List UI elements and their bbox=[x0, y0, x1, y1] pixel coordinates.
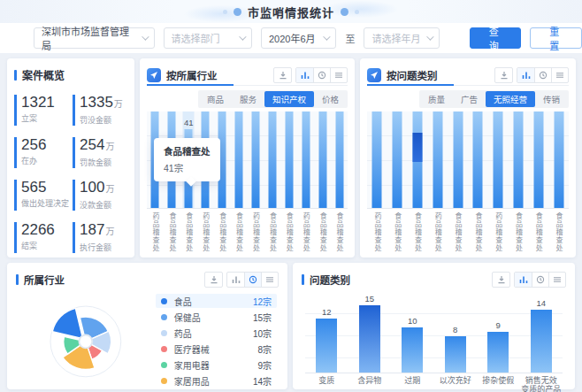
month-to-select[interactable]: 请选择年月 bbox=[364, 27, 440, 49]
legend-item-家居用品[interactable]: 家居用品14宗 bbox=[156, 373, 277, 388]
month-from-select[interactable]: 2020年6月 bbox=[261, 27, 337, 49]
wall-bar-column[interactable] bbox=[248, 111, 264, 208]
download-icon[interactable] bbox=[495, 68, 512, 82]
legend-item-保健品[interactable]: 保健品15宗 bbox=[156, 310, 277, 324]
clock-icon[interactable] bbox=[534, 68, 551, 82]
wall-bar[interactable] bbox=[268, 111, 276, 208]
x-axis-label-text: 药品稽查处 bbox=[433, 212, 441, 252]
wall-bar-column[interactable] bbox=[231, 111, 248, 208]
list-icon[interactable] bbox=[548, 273, 565, 287]
bar-chart-icon[interactable] bbox=[227, 273, 244, 287]
bar-chart-icon[interactable] bbox=[296, 68, 313, 82]
x-axis-label-text: 食品稽查处 bbox=[454, 212, 462, 252]
legend-item-医疗器械[interactable]: 医疗器械8宗 bbox=[156, 342, 277, 356]
wall-bar-column[interactable] bbox=[408, 111, 428, 208]
list-icon[interactable] bbox=[261, 273, 278, 287]
bar-chart-icon[interactable] bbox=[515, 273, 532, 287]
bar-column[interactable]: 12 bbox=[305, 307, 348, 373]
bar-column[interactable]: 8 bbox=[434, 325, 478, 373]
tab-无照经营[interactable]: 无照经营 bbox=[486, 91, 535, 107]
wall-bar[interactable] bbox=[453, 111, 463, 208]
download-icon[interactable] bbox=[205, 273, 222, 287]
tab-知识产权[interactable]: 知识产权 bbox=[264, 91, 314, 107]
tab-服务[interactable]: 服务 bbox=[232, 91, 264, 107]
wall-bar[interactable] bbox=[433, 111, 442, 208]
tab-价格[interactable]: 价格 bbox=[314, 91, 347, 107]
wall-bar-column[interactable] bbox=[448, 111, 468, 208]
download-icon[interactable] bbox=[493, 273, 509, 287]
problem-xlabels: 药品稽查处食品稽查处食品稽查处药品稽查处食品稽查处食品稽查处药品稽查处食品稽查处… bbox=[367, 209, 569, 252]
wall-bar-column[interactable] bbox=[528, 111, 548, 208]
wall-bar[interactable] bbox=[533, 111, 543, 208]
wall-bar-column[interactable] bbox=[331, 111, 348, 208]
bar-chart-icon[interactable] bbox=[517, 68, 534, 82]
wall-bar[interactable] bbox=[473, 111, 483, 208]
bar[interactable] bbox=[402, 327, 423, 373]
clock-icon[interactable] bbox=[532, 273, 548, 287]
wall-bar-column[interactable] bbox=[509, 111, 529, 208]
wall-bar-column[interactable] bbox=[488, 111, 509, 208]
tab-广告[interactable]: 广告 bbox=[453, 91, 486, 107]
wall-bar[interactable] bbox=[372, 111, 382, 208]
list-icon[interactable] bbox=[551, 68, 568, 82]
wall-bar[interactable] bbox=[335, 111, 343, 208]
rose-pie-chart[interactable] bbox=[16, 290, 156, 391]
wall-bar-column[interactable] bbox=[314, 111, 331, 208]
wall-bar[interactable] bbox=[513, 111, 523, 208]
bar[interactable] bbox=[359, 305, 380, 373]
wall-bar[interactable] bbox=[494, 111, 503, 208]
wall-bar[interactable] bbox=[251, 111, 259, 208]
download-icon[interactable] bbox=[274, 68, 291, 82]
list-icon[interactable] bbox=[330, 68, 347, 82]
tab-质量[interactable]: 质量 bbox=[420, 91, 453, 107]
bar[interactable] bbox=[445, 336, 466, 373]
bar-column[interactable]: 15 bbox=[348, 294, 392, 373]
bar-column[interactable]: 10 bbox=[391, 316, 434, 373]
x-axis-label: 食品稽查处 bbox=[264, 209, 280, 252]
x-axis-label-text: 食品稽查处 bbox=[218, 212, 226, 252]
legend-item-家用电器[interactable]: 家用电器9宗 bbox=[156, 357, 277, 372]
wall-bar-column[interactable] bbox=[468, 111, 488, 208]
selected-bar-segment bbox=[412, 133, 422, 162]
wall-bar-column[interactable] bbox=[387, 111, 408, 208]
legend-dot bbox=[161, 298, 167, 304]
legend-dot bbox=[161, 362, 167, 368]
wall-bar-column[interactable] bbox=[280, 111, 297, 208]
wall-bar-column[interactable] bbox=[264, 111, 280, 208]
tooltip-value: 41宗 bbox=[164, 161, 211, 174]
deco-dot bbox=[234, 8, 241, 16]
title-accent-bar bbox=[302, 274, 304, 285]
wall-bar[interactable] bbox=[285, 111, 293, 208]
legend-item-食品[interactable]: 食品12宗 bbox=[156, 294, 277, 308]
bar[interactable] bbox=[487, 332, 509, 373]
stat-value: 256 bbox=[21, 137, 69, 153]
wall-bar-column[interactable] bbox=[548, 111, 569, 208]
wall-bar[interactable] bbox=[235, 111, 243, 208]
wall-bar[interactable] bbox=[318, 111, 326, 208]
wall-bar-column[interactable] bbox=[427, 111, 448, 208]
reset-button[interactable]: 重 置 bbox=[530, 27, 582, 49]
wall-bar[interactable] bbox=[393, 111, 402, 208]
bar-column[interactable]: 9 bbox=[477, 320, 520, 373]
org-select[interactable]: 深圳市市场监督管理局 bbox=[34, 27, 155, 49]
dept-select[interactable]: 请选择部门 bbox=[164, 27, 252, 49]
wall-bar-column[interactable] bbox=[297, 111, 314, 208]
tab-传销[interactable]: 传销 bbox=[535, 91, 568, 107]
industry-wall-card: 按所属行业 商品服务知识产权价格 41 bbox=[140, 58, 355, 257]
query-button[interactable]: 查 询 bbox=[470, 27, 522, 49]
wall-bar[interactable] bbox=[302, 111, 310, 208]
x-axis-label-text: 食品稽查处 bbox=[168, 212, 176, 252]
pie-slice-食品[interactable] bbox=[52, 308, 82, 338]
bar-column[interactable]: 14 bbox=[520, 298, 563, 373]
wall-bar-column[interactable] bbox=[367, 111, 387, 208]
clock-icon[interactable] bbox=[244, 273, 261, 287]
clock-icon[interactable] bbox=[313, 68, 330, 82]
case-stat: 565做出处理决定 bbox=[14, 180, 69, 211]
chevron-down-icon bbox=[426, 33, 433, 40]
wall-bar[interactable] bbox=[554, 111, 563, 208]
bar[interactable] bbox=[531, 310, 552, 373]
tab-商品[interactable]: 商品 bbox=[199, 91, 232, 107]
legend-item-药品[interactable]: 药品10宗 bbox=[156, 326, 277, 340]
deco-dot bbox=[341, 8, 348, 16]
bar[interactable] bbox=[316, 319, 337, 373]
